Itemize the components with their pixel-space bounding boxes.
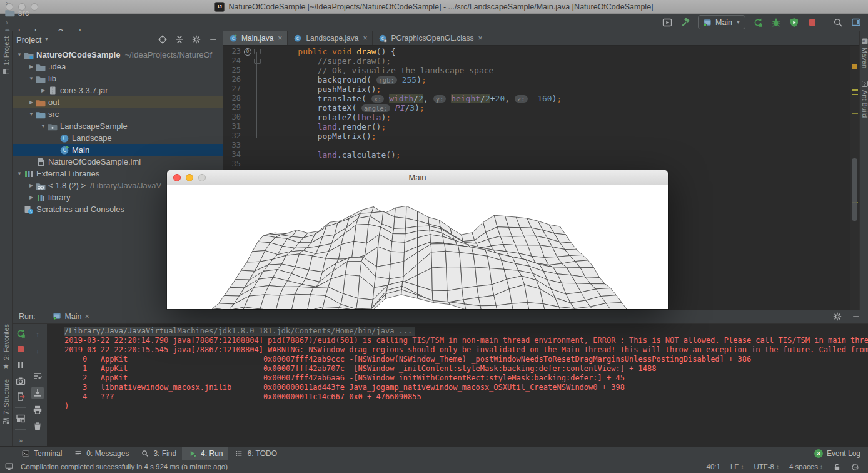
toolwindow-button-find[interactable]: 3: Find — [134, 447, 182, 460]
tree-item--idea[interactable]: ▶.idea — [13, 61, 223, 73]
collapsed-arrow-icon[interactable]: ▶ — [27, 64, 36, 69]
override-method-icon[interactable]: o — [244, 48, 251, 56]
tree-item-lib[interactable]: ▼lib — [13, 73, 223, 84]
more-button[interactable]: » — [14, 435, 27, 446]
debug-button[interactable] — [770, 17, 782, 28]
stop-button[interactable] — [14, 343, 27, 355]
collapsed-arrow-icon[interactable]: ▶ — [27, 99, 36, 105]
stripe-button-2-favorites[interactable]: ★2: Favorites — [0, 324, 13, 370]
expanded-arrow-icon[interactable]: ▼ — [27, 111, 36, 117]
search-button[interactable] — [832, 17, 844, 28]
pause-button[interactable] — [14, 359, 27, 370]
warning-stripe-mark[interactable] — [852, 113, 858, 114]
tree-item-natureofcodesample[interactable]: ▼NatureOfCodeSample~/IdeaProjects/Nature… — [13, 49, 223, 61]
editor-error-stripe[interactable] — [850, 46, 859, 310]
gear-button[interactable] — [832, 311, 843, 322]
close-icon[interactable]: × — [85, 312, 89, 321]
run-window-button[interactable] — [662, 17, 673, 28]
toolwindow-button-todo[interactable]: 6: TODO — [228, 447, 283, 460]
chevron-down-icon[interactable]: ▼ — [44, 37, 49, 42]
sketch-preview-window[interactable]: Main — [167, 170, 668, 309]
rerun-button[interactable] — [14, 328, 27, 339]
warning-stripe-mark[interactable] — [852, 64, 857, 69]
collapsed-arrow-icon[interactable]: ▶ — [27, 183, 36, 188]
fold-marker[interactable] — [254, 59, 261, 64]
console-error-line: 4 ??? 0x000000011c14c667 0x0 + 476609085… — [64, 392, 868, 402]
collapse-button[interactable] — [174, 34, 185, 45]
stripe-button-1-project[interactable]: 1: Project — [0, 36, 13, 75]
minimize-button[interactable] — [208, 34, 219, 45]
code-line-31: 31 land.render(); — [223, 122, 850, 131]
warning-stripe-mark[interactable] — [852, 89, 858, 91]
class-icon: C — [294, 34, 303, 43]
hide-right-button[interactable] — [850, 17, 862, 28]
encoding-selector[interactable]: UTF-8↕ — [754, 463, 779, 470]
run-configuration-selector[interactable]: Main▼ — [698, 15, 745, 29]
coverage-button[interactable] — [789, 17, 800, 28]
minimize-window-button[interactable] — [186, 174, 193, 181]
lock-icon[interactable] — [833, 463, 841, 471]
crosshair-button[interactable] — [157, 34, 168, 45]
stripe-button-maven[interactable]: mMaven — [860, 38, 868, 68]
stripe-label: 2: Favorites — [3, 324, 10, 360]
tree-item-out[interactable]: ▶out — [13, 96, 223, 108]
toolwindow-button-messages[interactable]: 0: Messages — [68, 447, 134, 460]
minimize-button[interactable] — [850, 311, 862, 322]
rerun-button[interactable] — [752, 17, 764, 28]
intellij-logo-icon: IJ — [214, 2, 225, 12]
close-window-button[interactable] — [173, 174, 181, 181]
run-console[interactable]: /Library/Java/JavaVirtualMachines/jdk1.8… — [47, 324, 868, 446]
softwrap-button[interactable] — [31, 370, 44, 382]
run-tab-main[interactable]: Main × — [49, 310, 93, 323]
stop-button[interactable] — [807, 17, 818, 28]
project-panel-title[interactable]: Project — [16, 35, 41, 44]
collapsed-arrow-icon[interactable]: ▶ — [39, 88, 48, 93]
toolwindow-button-terminal[interactable]: Terminal — [15, 447, 68, 460]
expanded-arrow-icon[interactable]: ▼ — [15, 171, 24, 176]
stripe-button-ant-build[interactable]: Ant Build — [860, 80, 868, 118]
zoom-window-button[interactable] — [198, 174, 206, 181]
hammer-button[interactable] — [680, 17, 691, 28]
tree-item-landscape[interactable]: CLandscape — [13, 132, 223, 144]
expanded-arrow-icon[interactable]: ▼ — [15, 52, 24, 58]
scrollend-button[interactable] — [31, 387, 44, 399]
trash-button[interactable] — [31, 420, 44, 433]
toggle-toolwindows-icon[interactable] — [5, 462, 13, 472]
close-icon[interactable]: × — [478, 34, 483, 43]
fold-marker[interactable] — [254, 49, 261, 54]
collapsed-arrow-icon[interactable]: ▶ — [27, 195, 36, 200]
close-icon[interactable]: × — [278, 34, 282, 43]
code-line-24: 24 //super.draw(); — [223, 56, 850, 66]
expanded-arrow-icon[interactable]: ▼ — [39, 123, 48, 129]
warning-stripe-mark[interactable] — [852, 94, 858, 95]
tree-item-natureofcodesample-iml[interactable]: NatureOfCodeSample.iml — [13, 156, 223, 168]
caret-position[interactable]: 40:1 — [707, 463, 720, 470]
svg-text:C: C — [63, 147, 66, 153]
close-icon[interactable]: × — [363, 34, 367, 43]
up-button[interactable]: ↑ — [31, 328, 44, 340]
layout-button[interactable] — [14, 413, 27, 424]
run-tab-label: Main — [64, 312, 81, 321]
exit-button[interactable] — [14, 391, 27, 402]
expanded-arrow-icon[interactable]: ▼ — [27, 76, 36, 81]
gear-button[interactable] — [191, 34, 202, 45]
breadcrumb-item-src[interactable]: src — [5, 8, 102, 18]
down-button[interactable]: ↓ — [31, 345, 44, 357]
toolwindow-button-run[interactable]: 4: Run — [182, 447, 228, 460]
editor-tab-pgraphicsopengl-class[interactable]: CPGraphicsOpenGL.class× — [373, 31, 488, 45]
camera-button[interactable] — [14, 375, 27, 387]
editor-tab-main-java[interactable]: CMain.java× — [223, 31, 288, 45]
printer-button[interactable] — [31, 404, 44, 416]
indent-selector[interactable]: 4 spaces↕ — [789, 463, 823, 470]
tree-item-landscapesample[interactable]: ▼LandscapeSample — [13, 120, 223, 132]
stripe-button-7-structure[interactable]: 7: Structure — [0, 379, 13, 425]
event-log-button[interactable]: 3 Event Log — [814, 449, 868, 458]
editor-scrollbar-thumb[interactable] — [852, 158, 857, 221]
tree-item-core-3-3-7-jar[interactable]: ▶core-3.3.7.jar — [13, 84, 223, 96]
tree-item-main[interactable]: CMain — [13, 144, 223, 156]
hector-inspector-icon[interactable] — [851, 463, 859, 471]
preview-title-bar[interactable]: Main — [167, 170, 668, 185]
tree-item-src[interactable]: ▼src — [13, 108, 223, 120]
editor-tab-landscape-java[interactable]: CLandscape.java× — [288, 31, 373, 45]
line-ending-selector[interactable]: LF↕ — [730, 463, 744, 470]
